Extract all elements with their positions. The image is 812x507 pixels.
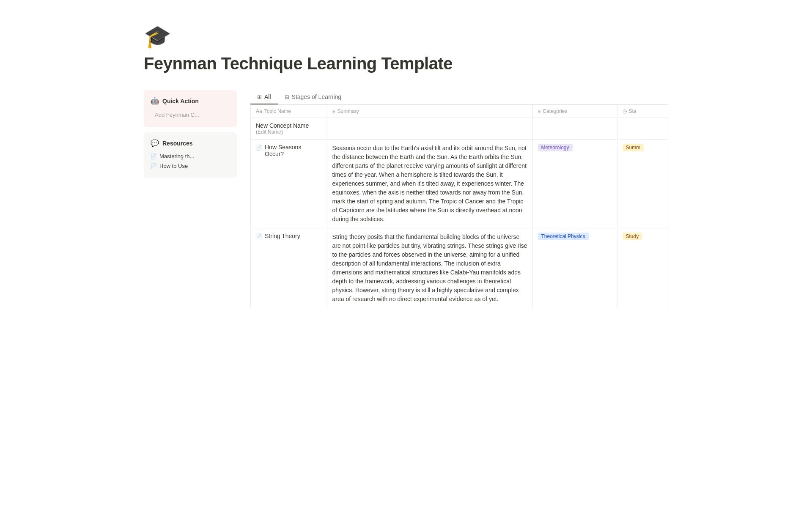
tab-all-icon: ⊞ (257, 94, 262, 100)
col-header-status: ◷ Sta (617, 105, 668, 118)
col-header-summary: ≡ Summary (327, 105, 532, 118)
resources-icon: 💬 (151, 139, 159, 147)
row1-categories-cell (532, 118, 617, 140)
tab-stages-icon: ⊟ (285, 94, 289, 100)
row2-category-badge[interactable]: Meteorology (538, 144, 573, 151)
col-summary-type-icon: ≡ (332, 108, 335, 114)
sidebar: 🤖 Quick Action Add Feynman C... 💬 Resour… (144, 90, 237, 178)
row3-topic-cell[interactable]: 📄 String Theory (251, 228, 327, 308)
row1-topic-name: New Concept Name (256, 122, 309, 129)
col-header-categories: ≡ Categories (532, 105, 617, 118)
page-title: Feynman Technique Learning Template (144, 54, 668, 73)
row1-summary-cell (327, 118, 532, 140)
row2-topic-cell[interactable]: 📄 How Seasons Occur? (251, 140, 327, 228)
tab-stages-label: Stages of Learning (292, 93, 342, 100)
view-tabs: ⊞ All ⊟ Stages of Learning (250, 90, 668, 104)
row2-status-badge[interactable]: Summ (623, 144, 644, 151)
resource-item-mastering[interactable]: 📄 Mastering th... (151, 151, 230, 161)
col-summary-label: Summary (337, 108, 359, 114)
tab-stages[interactable]: ⊟ Stages of Learning (278, 90, 348, 104)
doc-icon-1: 📄 (151, 153, 157, 159)
row2-topic-doc-icon: 📄 (256, 145, 262, 151)
row3-topic-doc-icon: 📄 (256, 233, 262, 239)
quick-action-icon: 🤖 (151, 97, 159, 105)
row3-categories-cell: Theoretical Physics (532, 228, 617, 308)
page-icon: 🎓 (144, 25, 668, 47)
resources-section: 💬 Resources 📄 Mastering th... 📄 How to U… (144, 132, 237, 178)
row3-category-badge[interactable]: Theoretical Physics (538, 233, 589, 240)
quick-action-section: 🤖 Quick Action Add Feynman C... (144, 90, 237, 127)
doc-icon-2: 📄 (151, 163, 157, 169)
col-topic-type-icon: Aa (256, 108, 262, 114)
resource-mastering-label: Mastering th... (159, 153, 194, 159)
quick-action-label: Quick Action (162, 98, 199, 104)
table-row: 📄 How Seasons Occur? Seasons occur due t… (251, 140, 668, 228)
row3-topic-name: String Theory (265, 233, 300, 239)
row3-summary-cell: String theory posits that the fundamenta… (327, 228, 532, 308)
database-area: ⊞ All ⊟ Stages of Learning (250, 90, 668, 308)
row2-summary-text: Seasons occur due to the Earth's axial t… (332, 145, 527, 222)
quick-action-header: 🤖 Quick Action (151, 97, 230, 105)
table-row: 📄 String Theory String theory posits tha… (251, 228, 668, 308)
col-status-type-icon: ◷ (623, 108, 627, 114)
resources-label: Resources (162, 140, 193, 147)
row3-status-badge[interactable]: Study (623, 233, 642, 240)
tab-all[interactable]: ⊞ All (250, 90, 278, 104)
resources-header: 💬 Resources (151, 139, 230, 147)
tab-all-label: All (264, 93, 271, 100)
col-status-label: Sta (629, 108, 636, 114)
row2-categories-cell: Meteorology (532, 140, 617, 228)
row1-status-cell (617, 118, 668, 140)
col-header-topic: Aa Topic Name (251, 105, 327, 118)
resource-item-how-to-use[interactable]: 📄 How to Use (151, 161, 230, 171)
row2-summary-cell: Seasons occur due to the Earth's axial t… (327, 140, 532, 228)
table-row: New Concept Name (Edit Name) (251, 118, 668, 140)
row3-summary-text: String theory posits that the fundamenta… (332, 233, 527, 302)
col-categories-type-icon: ≡ (538, 108, 541, 114)
col-categories-label: Categories (543, 108, 568, 114)
row2-topic-name: How Seasons Occur? (265, 144, 322, 157)
row1-topic-cell[interactable]: New Concept Name (Edit Name) (251, 118, 327, 140)
row2-status-cell: Summ (617, 140, 668, 228)
row3-status-cell: Study (617, 228, 668, 308)
add-feynman-button[interactable]: Add Feynman C... (151, 109, 230, 121)
col-topic-label: Topic Name (264, 108, 291, 114)
database-table: Aa Topic Name ≡ Summary (250, 104, 668, 308)
resource-how-to-use-label: How to Use (159, 163, 188, 169)
row1-topic-edit: (Edit Name) (256, 129, 309, 135)
